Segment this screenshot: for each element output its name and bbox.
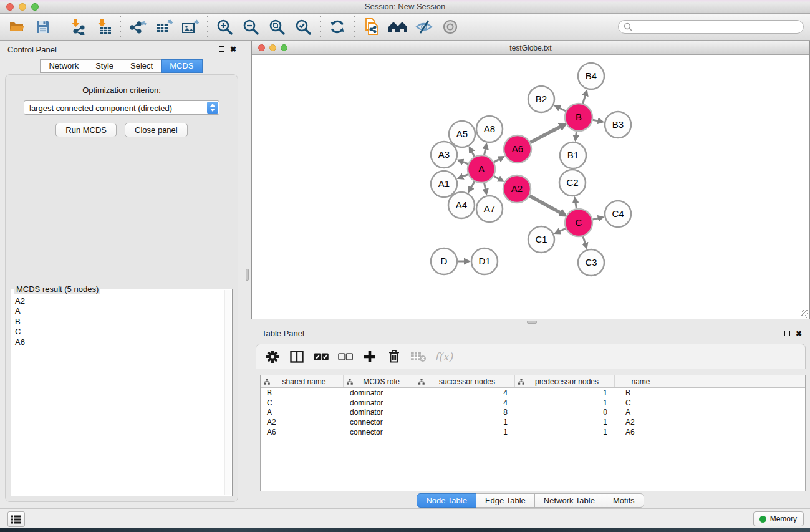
table-cell[interactable]: B	[261, 389, 344, 397]
tab-node-table[interactable]: Node Table	[417, 493, 476, 508]
tab-style[interactable]: Style	[87, 59, 122, 73]
graph-edge[interactable]	[592, 218, 599, 220]
export-image-button[interactable]	[180, 16, 201, 37]
deselect-all-button[interactable]	[337, 349, 354, 365]
table-cell[interactable]: A	[261, 408, 344, 417]
table-cell[interactable]: A6	[261, 428, 344, 437]
result-item[interactable]: A2	[15, 296, 232, 306]
graph-node-B4[interactable]: B4	[578, 63, 604, 89]
graph-node-B[interactable]: B	[565, 104, 592, 131]
graph-edge[interactable]	[461, 175, 468, 177]
graph-node-A6[interactable]: A6	[504, 135, 531, 163]
function-builder-button[interactable]: f(x)	[435, 351, 453, 363]
table-settings-button[interactable]	[264, 349, 281, 365]
float-table-panel-icon[interactable]	[783, 329, 791, 338]
graph-node-A3[interactable]: A3	[431, 142, 457, 168]
graph-edge[interactable]	[494, 176, 500, 180]
table-row[interactable]: Bdominator41B	[261, 388, 805, 398]
table-cell[interactable]: dominator	[344, 389, 415, 397]
table-cell[interactable]: 1	[515, 399, 615, 407]
column-header-name[interactable]: name	[615, 375, 672, 387]
table-cell[interactable]: dominator	[344, 399, 415, 407]
table-cell[interactable]: connector	[344, 428, 415, 437]
graph-node-A2[interactable]: A2	[503, 175, 531, 203]
houses-button[interactable]	[387, 16, 408, 37]
duplicate-network-button[interactable]	[361, 16, 382, 37]
zoom-fit-button[interactable]	[266, 16, 287, 37]
table-cell[interactable]: A2	[261, 418, 344, 427]
mcds-result-list[interactable]: A2ABCA6	[11, 289, 232, 496]
graph-edge[interactable]	[583, 94, 586, 104]
table-cell[interactable]: 8	[415, 408, 515, 417]
task-history-button[interactable]	[7, 511, 25, 527]
show-columns-button[interactable]	[289, 349, 305, 365]
graph-edge[interactable]	[529, 196, 562, 213]
table-cell[interactable]: 1	[515, 389, 615, 397]
vertical-splitter-handle[interactable]	[246, 269, 249, 281]
table-cell[interactable]: A	[615, 408, 672, 417]
tab-network-table[interactable]: Network Table	[534, 493, 604, 508]
delete-column-button[interactable]	[386, 349, 402, 365]
graph-node-A[interactable]: A	[468, 155, 495, 183]
zoom-out-button[interactable]	[240, 16, 261, 37]
column-header-shared-name[interactable]: shared name	[261, 375, 344, 387]
graph-node-C2[interactable]: C2	[559, 170, 586, 196]
add-column-button[interactable]	[362, 349, 378, 365]
table-row[interactable]: A6connector11A6	[261, 427, 805, 437]
graph-edge[interactable]	[471, 150, 475, 157]
result-item[interactable]: A6	[15, 337, 232, 347]
table-row[interactable]: A2connector11A2	[261, 417, 805, 427]
import-table-button[interactable]	[93, 16, 114, 37]
graph-edge[interactable]	[576, 132, 576, 137]
tab-mcds[interactable]: MCDS	[161, 59, 202, 73]
table-row[interactable]: Cdominator41C	[261, 398, 805, 408]
table-cell[interactable]: 0	[515, 408, 615, 417]
graph-edge[interactable]	[485, 183, 486, 191]
close-table-panel-icon[interactable]: ✖	[794, 329, 803, 338]
graph-node-A1[interactable]: A1	[431, 171, 457, 197]
graph-edge[interactable]	[593, 120, 600, 121]
column-header-successor-nodes[interactable]: successor nodes	[415, 375, 515, 387]
column-header-predecessor-nodes[interactable]: predecessor nodes	[515, 375, 615, 387]
graph-node-A5[interactable]: A5	[449, 121, 475, 147]
graph-node-D[interactable]: D	[431, 248, 457, 274]
float-panel-icon[interactable]	[217, 45, 226, 54]
table-cell[interactable]: C	[261, 399, 344, 407]
graph-edge[interactable]	[461, 162, 468, 164]
graph-node-D1[interactable]: D1	[471, 248, 498, 274]
table-row[interactable]: Adominator80A	[261, 408, 805, 418]
zoom-selected-button[interactable]	[292, 16, 314, 37]
graph-node-B2[interactable]: B2	[528, 86, 554, 112]
network-canvas[interactable]: B4B2BB3A5A8A6A3B1AC2A1A2A4A7C4CC1DD1C3	[252, 56, 809, 319]
graph-node-C[interactable]: C	[565, 209, 592, 236]
table-cell[interactable]: 4	[415, 389, 515, 397]
save-session-button[interactable]	[32, 16, 54, 37]
export-table-button[interactable]	[153, 16, 175, 37]
table-cell[interactable]: dominator	[344, 408, 415, 417]
graph-edge[interactable]	[485, 147, 486, 155]
graph-node-C3[interactable]: C3	[578, 249, 604, 276]
table-cell[interactable]: 1	[415, 418, 515, 427]
search-input[interactable]	[632, 22, 798, 31]
graph-edge[interactable]	[558, 228, 566, 231]
graph-node-A4[interactable]: A4	[448, 192, 475, 218]
memory-button[interactable]: Memory	[753, 511, 804, 526]
table-cell[interactable]: 1	[515, 418, 615, 427]
graph-edge[interactable]	[530, 126, 561, 142]
graph-edge[interactable]	[470, 181, 474, 189]
resize-grip-icon[interactable]	[801, 310, 809, 318]
graph-node-C1[interactable]: C1	[528, 226, 554, 253]
table-cell[interactable]: A2	[615, 418, 672, 427]
graph-edge[interactable]	[576, 201, 577, 209]
table-cell[interactable]: 1	[515, 428, 615, 437]
graph-edge[interactable]	[558, 107, 566, 111]
graph-node-B3[interactable]: B3	[605, 112, 631, 138]
tab-network[interactable]: Network	[40, 59, 87, 73]
tab-edge-table[interactable]: Edge Table	[476, 493, 535, 508]
refresh-button[interactable]	[327, 16, 348, 37]
horizontal-splitter-handle[interactable]	[527, 321, 537, 324]
column-header-MCDS-role[interactable]: MCDS role	[344, 375, 415, 387]
result-item[interactable]: B	[15, 317, 232, 327]
close-panel-icon[interactable]: ✖	[229, 45, 238, 54]
tab-select[interactable]: Select	[122, 59, 162, 73]
